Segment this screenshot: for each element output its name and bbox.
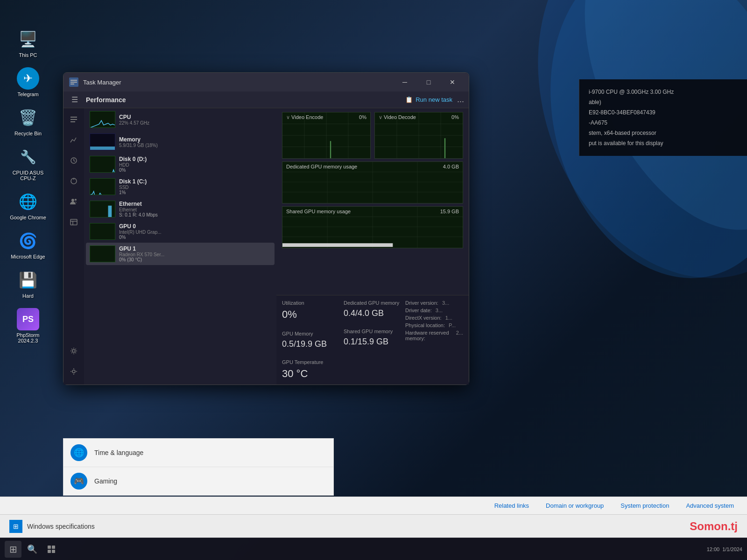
gpu0-mini-graph: [90, 223, 115, 240]
dedicated-mem-value: 0.4/4.0 GB: [344, 308, 402, 318]
svg-rect-50: [48, 550, 51, 553]
desktop-icon-phpstorm[interactable]: PS PhpStorm 2024.2.3: [9, 308, 47, 343]
recycle-bin-label: Recycle Bin: [14, 131, 42, 136]
run-task-icon: 📋: [405, 96, 413, 103]
phys-loc-label: Physical location:: [405, 322, 445, 328]
svg-rect-27: [330, 141, 331, 158]
svg-point-13: [75, 199, 77, 201]
model-line: -AA675: [589, 119, 738, 126]
svg-rect-20: [108, 206, 112, 217]
chrome-label: Google Chrome: [10, 215, 46, 220]
svg-point-18: [72, 370, 75, 373]
time-language-icon: 🌐: [70, 444, 87, 461]
sidebar-item-memory[interactable]: Memory 5.9/31.9 GB (18%): [86, 131, 275, 153]
run-new-task-button[interactable]: 📋 Run new task: [405, 96, 452, 103]
more-options-button[interactable]: ...: [457, 95, 464, 105]
shared-mem-value: 0.1/15.9 GB: [344, 337, 402, 347]
gpu1-val: 0% (30 °C): [119, 257, 271, 262]
desktop-icon-cpuid[interactable]: 🔧 CPUID ASUS CPU-Z: [9, 146, 47, 181]
svg-rect-8: [70, 121, 75, 122]
sys-props-tabs: Related links Domain or workgroup System…: [0, 497, 747, 514]
cpu-sub-text: able): [589, 99, 601, 105]
taskbar-taskview[interactable]: [43, 541, 60, 558]
minimize-button[interactable]: ─: [394, 75, 416, 90]
gpu0-val: 0%: [119, 235, 271, 240]
maximize-button[interactable]: □: [418, 75, 439, 90]
telegram-label: Telegram: [17, 91, 38, 97]
desktop-icon-recycle-bin[interactable]: 🗑️ Recycle Bin: [9, 106, 47, 136]
driver-date-val: 3...: [436, 308, 443, 313]
desktop-icon-this-pc[interactable]: 🖥️ This PC: [9, 28, 47, 58]
uuid-text: E92-8BC0-34BEF0847439: [589, 109, 655, 116]
stats-col-3: Driver version: 3... Driver date: 3... D…: [405, 300, 463, 380]
shared-gpu-graph: Shared GPU memory usage 15.9 GB: [282, 206, 463, 248]
tab-system-protection[interactable]: System protection: [612, 497, 677, 514]
desktop-icons-container: 🖥️ This PC ✈ Telegram 🗑️ Recycle Bin 🔧 C…: [9, 28, 47, 343]
performance-title: Performance: [86, 96, 401, 104]
gpu1-name: GPU 1: [119, 245, 271, 252]
gpu-memory-label: GPU Memory: [282, 331, 340, 336]
history-icon[interactable]: [66, 153, 81, 168]
task-manager-window: Task Manager ─ □ ✕ ☰ Performance 📋 Run n…: [63, 72, 469, 385]
directx-label: DirectX version:: [405, 315, 442, 321]
gpu0-type: Intel(R) UHD Grap...: [119, 230, 271, 235]
disk0-name: Disk 0 (D:): [119, 156, 271, 162]
services-icon[interactable]: [66, 343, 81, 358]
start-button[interactable]: ⊞: [5, 541, 21, 558]
desktop-icon-edge[interactable]: 🌀 Microsoft Edge: [9, 230, 47, 259]
sidebar-item-disk0[interactable]: Disk 0 (D:) HDD 0%: [86, 153, 275, 175]
startup-icon[interactable]: [66, 174, 81, 189]
cpuid-label: CPUID ASUS CPU-Z: [9, 170, 47, 181]
gpu-memory-value: 0.5/19.9 GB: [282, 339, 340, 349]
shared-mem-label: Shared GPU memory: [344, 329, 402, 334]
tab-related-links[interactable]: Related links: [486, 497, 537, 514]
display-text: put is available for this display: [589, 140, 663, 147]
video-encode-val: 0%: [359, 114, 366, 120]
tab-advanced[interactable]: Advanced system: [677, 497, 742, 514]
sidebar-item-disk1[interactable]: Disk 1 (C:) SSD 1%: [86, 175, 275, 198]
sidebar-item-cpu[interactable]: CPU 22% 4.57 GHz: [86, 108, 275, 131]
disk1-name: Disk 1 (C:): [119, 178, 271, 185]
time-language-label: Time & language: [94, 449, 143, 456]
hamburger-icon[interactable]: ☰: [68, 93, 81, 106]
settings-cog-icon[interactable]: [66, 364, 81, 379]
svg-rect-14: [70, 219, 77, 225]
hard-icon: 💾: [17, 269, 39, 291]
gpu0-name: GPU 0: [119, 223, 271, 230]
users-icon[interactable]: [66, 194, 81, 209]
date-display: 1/1/2024: [722, 546, 742, 552]
svg-rect-7: [70, 119, 77, 120]
sidebar-item-ethernet[interactable]: Ethernet Ethernet S: 0.1 R: 4.0 Mbps: [86, 198, 275, 220]
details-icon[interactable]: [66, 215, 81, 230]
performance-icon[interactable]: [66, 133, 81, 147]
telegram-icon: ✈: [17, 67, 39, 90]
taskbar: ⊞ 🔍 12:00 1/1/2024: [0, 538, 747, 560]
close-button[interactable]: ✕: [442, 75, 463, 90]
gpu1-mini-graph: [90, 245, 115, 262]
dedicated-gpu-graph: Dedicated GPU memory usage 4.0 GB: [282, 161, 463, 203]
desktop-icon-chrome[interactable]: 🌐 Google Chrome: [9, 190, 47, 220]
cpu-mini-graph: [90, 111, 115, 128]
settings-item-gaming[interactable]: 🎮 Gaming: [63, 467, 333, 495]
desktop-icon-telegram[interactable]: ✈ Telegram: [9, 67, 47, 97]
tm-content: CPU 22% 4.57 GHz Memory 5.9/31.9 GB (18%…: [63, 108, 469, 385]
processes-icon[interactable]: [66, 112, 81, 127]
phpstorm-icon: PS: [17, 308, 39, 330]
hard-label: Hard: [22, 293, 34, 299]
settings-item-time[interactable]: 🌐 Time & language: [63, 439, 333, 467]
video-encode-graph: ∨ Video Encode 0%: [282, 112, 371, 159]
os-type-text: stem, x64-based processor: [589, 130, 656, 136]
cpu-sub-line: able): [589, 99, 738, 105]
taskbar-search[interactable]: 🔍: [24, 541, 41, 558]
sidebar-performance-list: CPU 22% 4.57 GHz Memory 5.9/31.9 GB (18%…: [84, 108, 276, 385]
svg-point-17: [72, 350, 75, 352]
sidebar-item-gpu0[interactable]: GPU 0 Intel(R) UHD Grap... 0%: [86, 220, 275, 243]
sidebar-item-gpu1[interactable]: GPU 1 Radeon RX 570 Ser... 0% (30 °C): [86, 243, 275, 265]
time-display: 12:00: [707, 546, 720, 552]
cpu-sub: 22% 4.57 GHz: [119, 120, 271, 126]
gpu-temp-label: GPU Temperature: [282, 359, 340, 365]
desktop-icon-hard[interactable]: 💾 Hard: [9, 269, 47, 299]
cpu-info-text: i-9700 CPU @ 3.00GHz 3.00 GHz: [589, 89, 674, 95]
windows-spec-section[interactable]: ⊞ Windows specifications: [9, 520, 95, 533]
tab-domain[interactable]: Domain or workgroup: [537, 497, 612, 514]
